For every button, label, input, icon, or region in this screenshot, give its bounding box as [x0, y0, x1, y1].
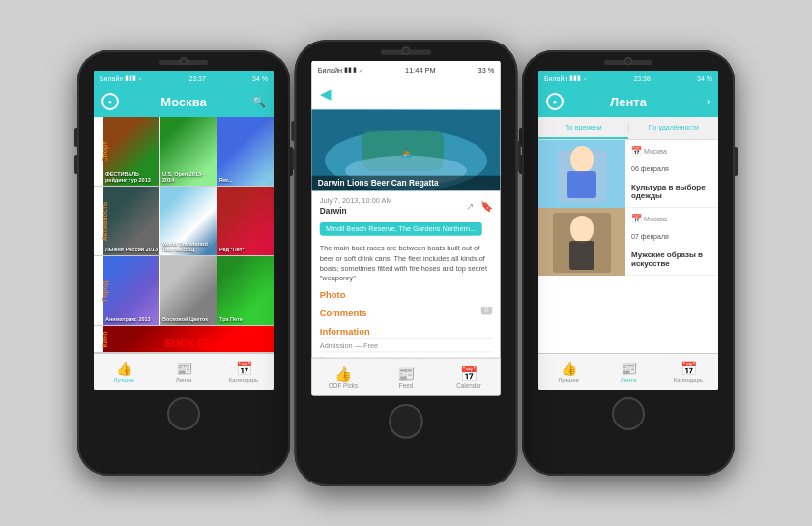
feed-title: Лента: [610, 95, 647, 109]
city-title-1: Москва: [160, 95, 206, 109]
feed-img-2: [538, 208, 625, 276]
home-button-3[interactable]: [612, 397, 645, 430]
tab-best-label-3: Лучшее: [558, 377, 579, 383]
wifi-icon-1: ⌿: [138, 75, 142, 82]
tab-feed-label-2: Feed: [399, 383, 413, 389]
tab-feed-icon-1: 📰: [176, 361, 192, 376]
tab-calendar-2[interactable]: 📅 Calendar: [438, 365, 501, 389]
city-img-2[interactable]: Восковой Цветок: [160, 256, 217, 325]
svg-point-7: [570, 146, 594, 173]
act-img-3[interactable]: Ред *Пет*: [218, 187, 274, 255]
tab-calendar-3[interactable]: 📅 Календарь: [658, 361, 718, 383]
category-sport: Спорт ФЕСТИВАЛЬ рейдинг тур 2013 U.S. Op…: [94, 117, 274, 187]
tab-feed-icon-2: 📰: [397, 365, 415, 382]
tab-feed-label-3: Лента: [621, 377, 637, 383]
phones-container: Билайн ▮▮▮ ⌿ 23:37 34 % ● Москва 🔍: [68, 41, 744, 485]
tab-oof-2[interactable]: 👍 OOF Picks: [311, 365, 374, 389]
back-button[interactable]: ◀: [320, 85, 332, 102]
film-img-1[interactable]: SUCK ED: [103, 326, 274, 352]
volume-up-2: [291, 121, 294, 141]
volume-up-1: [74, 128, 77, 147]
app3-header: ● Лента ⟶: [538, 86, 718, 117]
tab-calendar-icon-1: 📅: [236, 361, 252, 376]
feed-img-1: [538, 140, 625, 208]
category-city-label: Город: [102, 267, 108, 315]
sport-img-3-label: Rег...: [219, 177, 272, 184]
photo-link[interactable]: Photo: [320, 289, 493, 300]
act-img-2-label: World Snowboard Tour на ВВЦ: [162, 241, 215, 253]
volume-down-1: [74, 155, 77, 174]
comments-link[interactable]: Comments: [320, 307, 367, 318]
feed-item-2[interactable]: 📅 Москва 07 февраля Мужские образы в иск…: [538, 208, 718, 276]
location-box[interactable]: Mindil Beach Reserve, The Gardens Northe…: [320, 222, 482, 236]
carrier-3: Билайн: [544, 75, 567, 82]
screen-1: Билайн ▮▮▮ ⌿ 23:37 34 % ● Москва 🔍: [94, 71, 274, 390]
feed-item-1[interactable]: 📅 Москва 06 февраля Культура в выборе од…: [538, 140, 718, 208]
cal-icon-2: 📅: [631, 214, 642, 223]
screen-3: Билайн ▮▮▮ ⌿ 23:38 34 % ● Лента ⟶: [538, 71, 718, 390]
sport-img-2-label: U.S. Open 2013-2014: [162, 171, 215, 184]
act-img-1[interactable]: Лыжня России 2013: [103, 187, 160, 255]
event-description: The main boat races are between boats bu…: [320, 244, 493, 283]
share-icon[interactable]: ↗: [466, 200, 474, 212]
tab-best-1[interactable]: 👍 Лучшее: [94, 361, 154, 383]
bookmark-icon[interactable]: 🔖: [480, 200, 493, 212]
location-icon-3[interactable]: ●: [546, 93, 564, 110]
feed-info-1: 📅 Москва 06 февраля Культура в выборе од…: [625, 140, 718, 207]
power-button-2: [518, 141, 521, 172]
tab-feed-1[interactable]: 📰 Лента: [154, 361, 214, 383]
tab-best-3[interactable]: 👍 Лучшее: [538, 361, 598, 383]
filter-distance[interactable]: По удалённости: [629, 117, 719, 139]
status-bar-2: Билайн ▮▮▮ ⌿ 11:44 PM 33 %: [311, 61, 500, 77]
wifi-icon-3: ⌿: [583, 75, 587, 82]
tab-best-icon-1: 👍: [116, 361, 132, 376]
feed-event-title-1: Культура в выборе одежды: [631, 183, 712, 201]
act-img-3-label: Ред *Пет*: [219, 247, 272, 253]
home-button-1[interactable]: [167, 397, 200, 430]
feed-date-1: 06 февраля: [631, 165, 712, 172]
search-icon-1[interactable]: 🔍: [252, 96, 266, 108]
tab-calendar-icon-2: 📅: [460, 365, 478, 382]
sport-img-1[interactable]: ФЕСТИВАЛЬ рейдинг тур 2013: [103, 117, 160, 186]
city-images: Аниматрикс 2013 Восковой Цветок Тра Пете: [103, 256, 274, 325]
admission-info: Admission — Free: [320, 338, 493, 350]
svg-text:🚣: 🚣: [401, 148, 412, 159]
detail-content[interactable]: July 7, 2013, 10:00 AM Darwin ↗ 🔖 Mindil…: [311, 190, 500, 357]
sport-img-2[interactable]: U.S. Open 2013-2014: [160, 117, 217, 186]
svg-rect-8: [567, 171, 596, 198]
information-link[interactable]: Information: [320, 326, 493, 336]
svg-point-11: [570, 216, 594, 243]
status-bar-1: Билайн ▮▮▮ ⌿ 23:37 34 %: [94, 71, 274, 86]
location-icon-1[interactable]: ●: [102, 93, 119, 110]
tab-bar-2: 👍 OOF Picks 📰 Feed 📅 Calendar: [311, 358, 500, 396]
signal-icon-2: ▮▮▮: [344, 65, 357, 73]
feed-date-2: 07 февраля: [631, 233, 712, 240]
category-activity-label: Активность: [102, 197, 108, 246]
filter-time[interactable]: По времени: [538, 117, 628, 139]
comments-count: 0: [480, 307, 492, 314]
settings-icon-3[interactable]: ⟶: [695, 96, 710, 108]
act-img-2[interactable]: World Snowboard Tour на ВВЦ: [160, 187, 217, 255]
camera-1: [180, 57, 188, 65]
tab-calendar-1[interactable]: 📅 Календарь: [214, 361, 274, 383]
city-img-1[interactable]: Аниматрикс 2013: [103, 256, 160, 325]
category-activity: Активность Лыжня России 2013 World Snowb…: [94, 187, 274, 256]
tab-bar-1: 👍 Лучшее 📰 Лента 📅 Календарь: [94, 353, 274, 390]
wifi-icon-2: ⌿: [359, 66, 362, 73]
battery-3: 34 %: [697, 75, 712, 82]
sport-img-1-label: ФЕСТИВАЛЬ рейдинг тур 2013: [105, 171, 158, 184]
category-film: Кино SUCK ED: [94, 326, 274, 353]
signal-icon-1: ▮▮▮: [125, 74, 136, 82]
sport-img-3[interactable]: Rег...: [218, 117, 274, 186]
city-img-3[interactable]: Тра Пете: [218, 256, 274, 325]
time-2: 11:44 PM: [405, 66, 435, 73]
battery-2: 33 %: [478, 66, 495, 73]
tab-feed-2[interactable]: 📰 Feed: [374, 365, 437, 389]
tab-feed-3[interactable]: 📰 Лента: [598, 361, 658, 383]
screen-2: Билайн ▮▮▮ ⌿ 11:44 PM 33 % ◀: [311, 61, 500, 395]
power-button-3: [735, 147, 738, 176]
volume-down-2: [291, 149, 294, 169]
tab-oof-icon-2: 👍: [334, 365, 352, 382]
home-button-2[interactable]: [389, 404, 423, 439]
tab-feed-icon-3: 📰: [621, 361, 637, 376]
